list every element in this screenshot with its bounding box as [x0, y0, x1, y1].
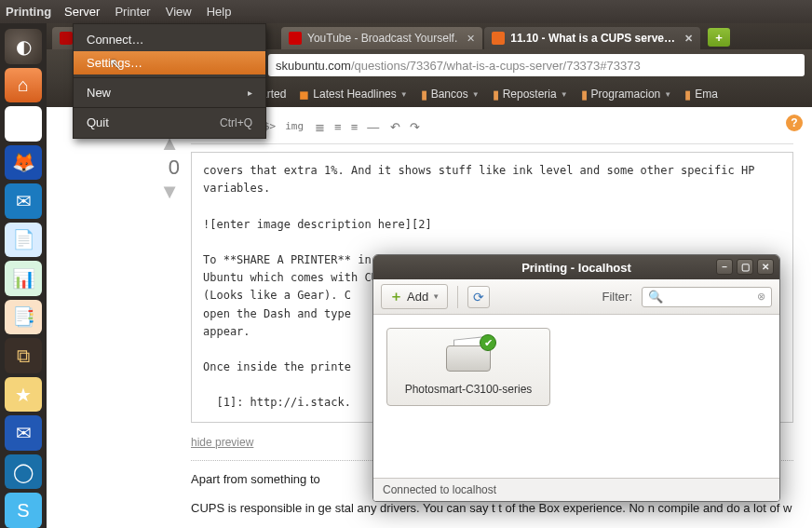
printer-tile[interactable]: ✔ Photosmart-C3100-series [386, 328, 550, 406]
impress-icon[interactable]: 📑 [5, 300, 42, 335]
printing-window: Printing - localhost – ▢ ✕ ＋ Add ▼ ⟳ Fil… [372, 254, 780, 502]
menu-quit-label: Quit [87, 115, 109, 129]
bookmark-reposteria[interactable]: ▮Reposteria▼ [493, 88, 568, 102]
terminal-icon[interactable]: ⧉ [5, 338, 42, 373]
menu-view[interactable]: View [166, 5, 192, 19]
vote-score: 0 [169, 156, 180, 180]
add-label: Add [407, 290, 428, 304]
chevron-down-icon: ▼ [472, 90, 480, 99]
favicon-icon [60, 32, 73, 45]
window-buttons: – ▢ ✕ [716, 259, 774, 275]
window-titlebar[interactable]: Printing - localhost – ▢ ✕ [373, 255, 779, 279]
plus-icon: ＋ [389, 288, 403, 305]
folder-icon: ▮ [421, 88, 427, 102]
files-icon[interactable]: ⌂ [5, 68, 42, 103]
url-host: skubuntu.com [276, 59, 351, 73]
help-icon[interactable]: ? [786, 115, 803, 131]
chevron-down-icon: ▼ [561, 90, 568, 99]
menu-quit-accel: Ctrl+Q [220, 116, 252, 129]
undo-button[interactable]: ↶ [390, 120, 400, 134]
server-dropdown: Connect… Settings… New▸ QuitCtrl+Q [73, 23, 266, 139]
status-bar: Connected to localhost [373, 479, 779, 501]
heading-icon[interactable]: ≡ [351, 120, 359, 134]
chat-icon[interactable]: ✉ [5, 183, 42, 219]
menu-quit[interactable]: QuitCtrl+Q [74, 111, 265, 134]
preview-p2: CUPS is responsible in ge stal any drive… [191, 499, 793, 518]
tab-youtube[interactable]: YouTube - Broadcast Yourself. ✕ [281, 27, 482, 49]
tab-label: YouTube - Broadcast Yourself. [307, 32, 457, 45]
chevron-down-icon: ▼ [664, 90, 671, 99]
menu-new[interactable]: New▸ [74, 81, 265, 104]
filter-label: Filter: [602, 290, 633, 304]
refresh-button[interactable]: ⟳ [467, 286, 490, 308]
folder-icon: ▮ [684, 88, 691, 102]
rss-icon: ◼ [299, 88, 309, 102]
chevron-down-icon: ▼ [432, 292, 440, 301]
menu-separator [74, 77, 265, 78]
url-path: /questions/73367/what-is-a-cups-server/7… [351, 59, 641, 73]
printers-pane: ✔ Photosmart-C3100-series [373, 315, 779, 479]
downvote-icon[interactable]: ▼ [159, 182, 180, 202]
submenu-arrow-icon: ▸ [248, 88, 252, 98]
chrome-icon[interactable]: ◉ [5, 106, 42, 142]
youtube-favicon-icon [289, 32, 302, 45]
menu-printer[interactable]: Printer [115, 5, 150, 19]
hr-icon[interactable]: — [367, 120, 379, 134]
ulist-icon[interactable]: ≡ [334, 120, 342, 134]
filter-input[interactable]: 🔍 ⊗ [642, 287, 772, 307]
add-printer-button[interactable]: ＋ Add ▼ [381, 284, 448, 309]
bm-label: Ema [695, 88, 718, 101]
url-input[interactable]: skubuntu.com/questions/73367/what-is-a-c… [268, 54, 805, 76]
tab-label: 11.10 - What is a CUPS serve… [510, 32, 675, 45]
folder-icon: ▮ [493, 88, 499, 102]
tab-askubuntu[interactable]: 11.10 - What is a CUPS serve… ✕ [484, 27, 700, 49]
unity-launcher: ◐ ⌂ ◉ 🦊 ✉ 📄 📊 📑 ⧉ ★ ✉ ◯ S [0, 23, 47, 528]
menu-separator [74, 107, 265, 108]
menu-help[interactable]: Help [207, 5, 232, 19]
bookmark-bancos[interactable]: ▮Bancos▼ [421, 88, 480, 102]
close-button[interactable]: ✕ [757, 259, 774, 275]
vote-gutter: ▲ 0 ▼ [47, 107, 191, 528]
firefox-icon[interactable]: 🦊 [5, 145, 42, 181]
chevron-down-icon: ▼ [400, 90, 408, 99]
redo-button[interactable]: ↷ [410, 120, 420, 134]
tab-close-icon[interactable]: ✕ [684, 33, 693, 45]
bm-label: Latest Headlines [313, 88, 396, 101]
olist-icon[interactable]: ≣ [315, 120, 325, 134]
app-title: Printing [6, 5, 51, 19]
menu-settings[interactable]: Settings… [74, 51, 265, 74]
maximize-button[interactable]: ▢ [737, 259, 753, 275]
hide-preview-link[interactable]: hide preview [191, 436, 253, 449]
writer-icon[interactable]: 📄 [5, 223, 42, 258]
menu-connect-label: Connect… [87, 33, 143, 47]
dash-icon[interactable]: ◐ [5, 29, 42, 64]
app-menubar: Printing Server Printer View Help [0, 0, 812, 23]
thunderbird-icon[interactable]: ✉ [5, 415, 42, 451]
new-tab-button[interactable]: + [708, 28, 730, 47]
skype-icon[interactable]: S [5, 493, 42, 528]
clear-icon[interactable]: ⊗ [757, 291, 765, 303]
toolbar-separator [457, 286, 458, 308]
default-check-icon: ✔ [480, 334, 496, 351]
image-button[interactable]: img [285, 120, 304, 134]
menu-settings-label: Settings… [87, 56, 142, 70]
menu-new-label: New [87, 86, 111, 100]
menu-server[interactable]: Server [64, 5, 100, 19]
status-text: Connected to localhost [383, 483, 496, 496]
bm-label: Reposteria [503, 88, 557, 101]
bookmark-ema[interactable]: ▮Ema [684, 88, 718, 102]
editor-toolbar: B I ∞ ❝ <$> img ≣ ≡ ≡ — ↶ ↷ [191, 116, 793, 144]
window-title: Printing - localhost [521, 261, 631, 275]
printer-name: Photosmart-C3100-series [405, 383, 533, 396]
bookmark-latest[interactable]: ◼Latest Headlines▼ [299, 88, 407, 102]
askubuntu-favicon-icon [492, 32, 505, 45]
app2-icon[interactable]: ◯ [5, 454, 42, 490]
minimize-button[interactable]: – [716, 259, 733, 275]
calc-icon[interactable]: 📊 [5, 261, 42, 296]
app-icon[interactable]: ★ [5, 377, 42, 413]
tab-close-icon[interactable]: ✕ [467, 33, 475, 45]
bookmark-programacion[interactable]: ▮Programacion▼ [581, 88, 672, 102]
menu-connect[interactable]: Connect… [74, 28, 265, 51]
bm-label: Bancos [431, 88, 468, 101]
printing-toolbar: ＋ Add ▼ ⟳ Filter: 🔍 ⊗ [373, 279, 779, 315]
